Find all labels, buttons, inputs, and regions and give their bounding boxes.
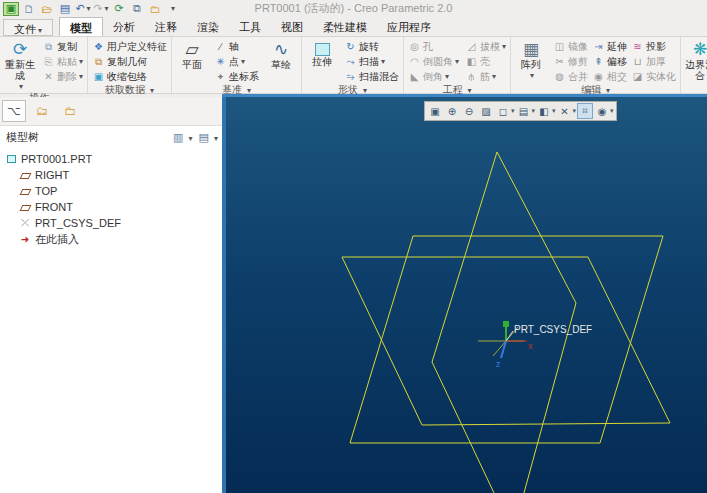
paste-button[interactable]: ⎘粘贴▾ — [40, 54, 85, 69]
ribbon-group-editing: ▦ 阵列▾ ◫镜像 ⇥延伸 ≋投影 ✂修剪 ⇞偏移 ⊔加厚 ◍合并 — [511, 37, 681, 93]
redo-icon[interactable]: ↷▾ — [93, 2, 109, 16]
favorites-tab[interactable]: 🗀 — [58, 100, 82, 122]
draft-button[interactable]: ◿拔模▾ — [463, 39, 508, 54]
boundary-blend-button[interactable]: ❋ 边界混合 — [683, 39, 707, 81]
project-button[interactable]: ≋投影 — [629, 39, 668, 54]
model-tree: PRT0001.PRT RIGHT TOP FRONT ⤫ PRT_CSYS_D… — [0, 148, 222, 247]
delete-button[interactable]: ✕删除▾ — [40, 69, 85, 84]
tree-item-insert-here[interactable]: ➜ 在此插入 — [0, 231, 222, 247]
saved-orientations-dropdown[interactable]: ▾ — [511, 107, 515, 115]
copy-button[interactable]: ⧉复制 — [40, 39, 85, 54]
ribbon-tab-bar: 文件▾ 模型 分析 注释 渲染 工具 视图 柔性建模 应用程序 — [0, 17, 707, 37]
open-file-icon[interactable]: 🗁 — [39, 2, 55, 16]
open-recent-icon[interactable]: 🗀 — [147, 2, 163, 16]
datum-plane-icon — [18, 170, 32, 181]
repaint-button[interactable]: ▨ — [478, 103, 494, 119]
annotation-display-button[interactable]: ⌗ — [577, 103, 593, 119]
tree-filters-button[interactable]: ▥ ▾ — [173, 131, 192, 144]
extend-button[interactable]: ⇥延伸 — [590, 39, 629, 54]
datum-display-filters-button[interactable]: ✕ — [557, 103, 573, 119]
title-bar: ▣ 🗋 🗁 ▤ ↶▾ ↷▾ ⟳ ⧉ 🗀 ▾ PRT0001 (活动的) - Cr… — [0, 0, 707, 17]
regenerate-small-icon[interactable]: ⟳ — [111, 2, 127, 16]
regenerate-button[interactable]: ⟳ 重新生成▾ — [2, 39, 38, 92]
round-button[interactable]: ◠倒圆角▾ — [406, 54, 461, 69]
sketch-icon: ∿ — [274, 40, 288, 59]
mirror-button[interactable]: ◫镜像 — [551, 39, 590, 54]
refit-button[interactable]: ▣ — [427, 103, 443, 119]
copy-geometry-button[interactable]: ⧉复制几何 — [90, 54, 169, 69]
undo-icon[interactable]: ↶▾ — [75, 2, 91, 16]
shrinkwrap-button[interactable]: ▣收缩包络 — [90, 69, 169, 84]
tree-item-top-plane[interactable]: TOP — [0, 183, 222, 199]
revolve-button[interactable]: ↻旋转 — [342, 39, 401, 54]
window-switch-icon[interactable]: ⧉ — [129, 2, 145, 16]
shell-button[interactable]: ◧壳 — [463, 54, 508, 69]
folder-browser-tab[interactable]: 🗂 — [30, 100, 54, 122]
draft-icon: ◿ — [465, 41, 478, 52]
sketch-button[interactable]: ∿ 草绘 — [263, 39, 299, 70]
new-file-icon[interactable]: 🗋 — [21, 2, 37, 16]
point-button[interactable]: ✳点▾ — [212, 54, 261, 69]
csys-label-leader — [506, 331, 513, 341]
spin-center-dropdown[interactable]: ▾ — [610, 107, 614, 115]
swept-blend-button[interactable]: ⥲扫描混合 — [342, 69, 401, 84]
navigator-panel: ⌥ 🗂 🗀 模型树 ▥ ▾ ▤ ▾ PRT0001.PRT RIGHT TOP — [0, 97, 222, 493]
merge-icon: ◍ — [553, 71, 566, 82]
tree-item-right-plane[interactable]: RIGHT — [0, 167, 222, 183]
point-icon: ✳ — [214, 56, 227, 67]
rib-button[interactable]: ⫛筋▾ — [463, 69, 508, 84]
chamfer-button[interactable]: ◣倒角▾ — [406, 69, 461, 84]
zoom-out-button[interactable]: ⊖ — [461, 103, 477, 119]
tree-item-front-plane[interactable]: FRONT — [0, 199, 222, 215]
intersect-button[interactable]: ◉相交 — [590, 69, 629, 84]
tab-render[interactable]: 渲染 — [187, 17, 229, 36]
csys-button[interactable]: ⌖坐标系 — [212, 69, 261, 84]
project-icon: ≋ — [631, 41, 644, 52]
tree-settings-button[interactable]: ▤ ▾ — [199, 131, 218, 144]
tab-applications[interactable]: 应用程序 — [377, 17, 441, 36]
trim-button[interactable]: ✂修剪 — [551, 54, 590, 69]
zoom-in-button[interactable]: ⊕ — [444, 103, 460, 119]
ribbon-group-surfaces: ❋ 边界混合 ▢填充 ◠造型 ●自由式 曲面 ▾ — [681, 37, 707, 93]
ribbon-group-shapes: 拉伸 ↻旋转 ⤳扫描▾ ⥲扫描混合 形状 ▾ — [302, 37, 404, 93]
offset-button[interactable]: ⇞偏移 — [590, 54, 629, 69]
csys-y-arrowhead — [503, 321, 509, 327]
graphics-area[interactable]: xzPRT_CSYS_DEF ▣⊕⊖▨◻▾▤▾◧▾✕▾⌗◉▾ — [226, 97, 707, 493]
tab-analysis[interactable]: 分析 — [103, 17, 145, 36]
group-label-get-data[interactable]: 获取数据 ▾ — [88, 84, 171, 97]
ribbon-group-operations: ⟳ 重新生成▾ ⧉复制 ⎘粘贴▾ ✕删除▾ 操作 ▾ — [0, 37, 88, 93]
solidify-button[interactable]: ◪实体化 — [629, 69, 678, 84]
tab-file[interactable]: 文件▾ — [3, 19, 53, 36]
tab-model[interactable]: 模型 — [59, 17, 103, 36]
pattern-button[interactable]: ▦ 阵列▾ — [513, 39, 549, 81]
tree-item-default-csys[interactable]: ⤫ PRT_CSYS_DEF — [0, 215, 222, 231]
spin-center-button[interactable]: ◉ — [594, 103, 610, 119]
hole-button[interactable]: ◎孔 — [406, 39, 461, 54]
datum-display-filters-dropdown[interactable]: ▾ — [573, 107, 577, 115]
saved-orientations-button[interactable]: ◻ — [495, 103, 511, 119]
display-style-dropdown[interactable]: ▾ — [552, 107, 556, 115]
tab-flexible-modeling[interactable]: 柔性建模 — [313, 17, 377, 36]
extend-icon: ⇥ — [592, 41, 605, 52]
thicken-button[interactable]: ⊔加厚 — [629, 54, 668, 69]
display-style-button[interactable]: ◧ — [536, 103, 552, 119]
chamfer-icon: ◣ — [408, 71, 421, 82]
model-tree-title: 模型树 — [6, 130, 167, 145]
extrude-button[interactable]: 拉伸 — [304, 39, 340, 67]
save-icon[interactable]: ▤ — [57, 2, 73, 16]
merge-button[interactable]: ◍合并 — [551, 69, 590, 84]
tab-tools[interactable]: 工具 — [229, 17, 271, 36]
toolbar-options-icon[interactable]: ▾ — [165, 2, 181, 16]
axis-button[interactable]: ∕轴 — [212, 39, 261, 54]
view-manager-button[interactable]: ▤ — [516, 103, 532, 119]
insert-here-icon: ➜ — [18, 234, 32, 245]
sweep-button[interactable]: ⤳扫描▾ — [342, 54, 401, 69]
model-tree-header: 模型树 ▥ ▾ ▤ ▾ — [0, 126, 222, 148]
plane-button[interactable]: ▱ 平面 — [174, 39, 210, 70]
model-tree-tab[interactable]: ⌥ — [2, 100, 26, 122]
tab-annotate[interactable]: 注释 — [145, 17, 187, 36]
udf-button[interactable]: ❖用户定义特征 — [90, 39, 169, 54]
tree-item-part[interactable]: PRT0001.PRT — [0, 151, 222, 167]
tab-view[interactable]: 视图 — [271, 17, 313, 36]
view-manager-dropdown[interactable]: ▾ — [532, 107, 536, 115]
